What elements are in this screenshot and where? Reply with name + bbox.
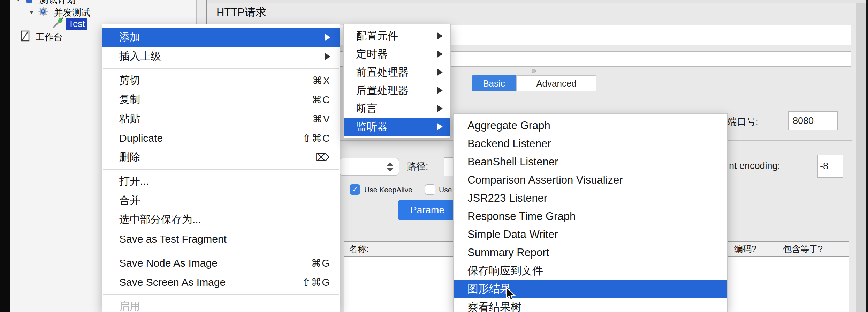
listener-submenu: Aggregate Graph Backend Listener BeanShe… bbox=[453, 113, 728, 312]
tab-advanced[interactable]: Advanced bbox=[516, 75, 596, 91]
menu-item-insert-parent[interactable]: 插入上级 bbox=[102, 47, 340, 66]
add-submenu: 配置元件 定时器 前置处理器 后置处理器 bbox=[343, 24, 451, 138]
tree-item-test-sampler[interactable]: Test bbox=[52, 18, 87, 29]
port-label: 端口号: bbox=[728, 116, 759, 128]
menu-item-save-node-as-image[interactable]: Save Node As Image ⌘G bbox=[102, 253, 340, 273]
splitter-knob-icon[interactable] bbox=[532, 69, 536, 73]
check-icon: ✓ bbox=[352, 185, 358, 194]
tab-basic[interactable]: Basic bbox=[472, 75, 516, 91]
submenu-arrow-icon bbox=[437, 87, 443, 94]
tree-item-label[interactable]: 测试计划 bbox=[37, 0, 78, 7]
use-keepalive-checkbox[interactable]: ✓ bbox=[350, 184, 360, 195]
vertical-scrollbar[interactable] bbox=[856, 3, 866, 312]
context-menu: 添加 插入上级 剪切 ⌘X 复制 bbox=[102, 24, 340, 312]
menu-item-save-selection-as[interactable]: 选中部分保存为... bbox=[102, 210, 340, 229]
menu-item bbox=[102, 167, 340, 172]
menu-item-enable[interactable]: 启用 bbox=[102, 297, 340, 312]
menu-item-view-results-tree[interactable]: 察看结果树 bbox=[454, 298, 727, 312]
use-multipart-checkbox[interactable] bbox=[425, 184, 435, 195]
menu-item-delete[interactable]: 删除 ⌦ bbox=[102, 148, 340, 167]
workbench-icon bbox=[20, 30, 30, 44]
menu-item-timer[interactable]: 定时器 bbox=[344, 45, 450, 63]
menu-item-listener[interactable]: 监听器 bbox=[344, 118, 450, 136]
submenu-arrow-icon bbox=[437, 32, 443, 40]
menu-item-paste[interactable]: 粘贴 ⌘V bbox=[102, 109, 340, 128]
menu-item-save-as-test-fragment[interactable]: Save as Test Fragment bbox=[102, 229, 340, 248]
jmeter-window: ▼ 测试计划 ▼ bbox=[0, 0, 868, 312]
menu-item-summary-report[interactable]: Summary Report bbox=[454, 244, 727, 262]
content-encoding-input[interactable] bbox=[817, 155, 843, 178]
menu-item-save-responses-to-file[interactable]: 保存响应到文件 bbox=[454, 262, 727, 280]
menu-item-simple-data-writer[interactable]: Simple Data Writer bbox=[454, 225, 727, 244]
method-combobox[interactable] bbox=[339, 158, 399, 176]
disclosure-down-icon[interactable]: ▼ bbox=[15, 0, 21, 3]
submenu-arrow-icon bbox=[437, 105, 443, 112]
submenu-arrow-icon bbox=[437, 50, 443, 58]
use-keepalive-label: Use KeepAlive bbox=[364, 186, 412, 194]
submenu-arrow-icon bbox=[437, 68, 443, 76]
menu-item-merge[interactable]: 合并 bbox=[102, 191, 340, 210]
menu-item-cut[interactable]: 剪切 ⌘X bbox=[102, 71, 340, 90]
menu-item bbox=[102, 66, 340, 71]
menu-item-backend-listener[interactable]: Backend Listener bbox=[454, 135, 727, 153]
sampler-dropper-icon bbox=[52, 17, 63, 31]
mouse-cursor-icon bbox=[505, 287, 517, 303]
submenu-arrow-icon bbox=[437, 123, 443, 131]
test-plan-icon bbox=[25, 0, 34, 6]
path-label: 路径: bbox=[407, 160, 428, 173]
menu-item bbox=[102, 248, 340, 253]
menu-item-open[interactable]: 打开... bbox=[102, 172, 340, 191]
menu-item-postprocessor[interactable]: 后置处理器 bbox=[344, 81, 450, 99]
table-header-include-equals: 包含等于? bbox=[767, 241, 839, 257]
menu-item-add[interactable]: 添加 bbox=[102, 28, 340, 47]
disclosure-down-icon[interactable]: ▼ bbox=[29, 9, 35, 16]
menu-item bbox=[102, 292, 340, 297]
table-header-encode: 编码? bbox=[724, 241, 767, 257]
menu-item-response-time-graph[interactable]: Response Time Graph bbox=[454, 207, 727, 225]
menu-item-comparison-assertion-visualizer[interactable]: Comparison Assertion Visualizer bbox=[454, 171, 727, 189]
content-encoding-label: nt encoding: bbox=[729, 161, 780, 171]
menu-item-duplicate[interactable]: Duplicate ⇧⌘C bbox=[102, 128, 340, 148]
port-input[interactable] bbox=[788, 111, 838, 130]
menu-item-graph-results[interactable]: 图形结果 bbox=[454, 280, 727, 298]
submenu-arrow-icon bbox=[325, 34, 330, 41]
tree-item-label[interactable]: Test bbox=[66, 18, 87, 30]
table-header-spacer bbox=[839, 241, 849, 257]
menu-item-beanshell-listener[interactable]: BeanShell Listener bbox=[454, 153, 727, 171]
window-right-edge bbox=[866, 0, 868, 312]
use-multipart-label: Use bbox=[439, 186, 452, 194]
menu-item-jsr223-listener[interactable]: JSR223 Listener bbox=[454, 189, 727, 207]
tree-item-test-plan[interactable]: ▼ 测试计划 bbox=[15, 0, 78, 6]
stepper-arrows-icon bbox=[385, 160, 395, 173]
thread-group-gear-icon bbox=[38, 6, 48, 19]
page-title: HTTP请求 bbox=[216, 5, 266, 20]
parameters-button[interactable]: Parame bbox=[398, 200, 457, 220]
menu-item-aggregate-graph[interactable]: Aggregate Graph bbox=[454, 117, 727, 135]
menu-item-config-element[interactable]: 配置元件 bbox=[344, 27, 450, 45]
submenu-arrow-icon bbox=[325, 53, 330, 60]
tree-item-label[interactable]: 工作台 bbox=[33, 31, 65, 44]
menu-item-assertion[interactable]: 断言 bbox=[344, 99, 450, 118]
menu-item-preprocessor[interactable]: 前置处理器 bbox=[344, 63, 450, 81]
tree-item-workbench[interactable]: 工作台 bbox=[20, 31, 65, 43]
menu-item-copy[interactable]: 复制 ⌘C bbox=[102, 90, 340, 109]
window-left-edge bbox=[0, 0, 10, 312]
menu-item-save-screen-as-image[interactable]: Save Screen As Image ⇧⌘G bbox=[102, 273, 340, 292]
